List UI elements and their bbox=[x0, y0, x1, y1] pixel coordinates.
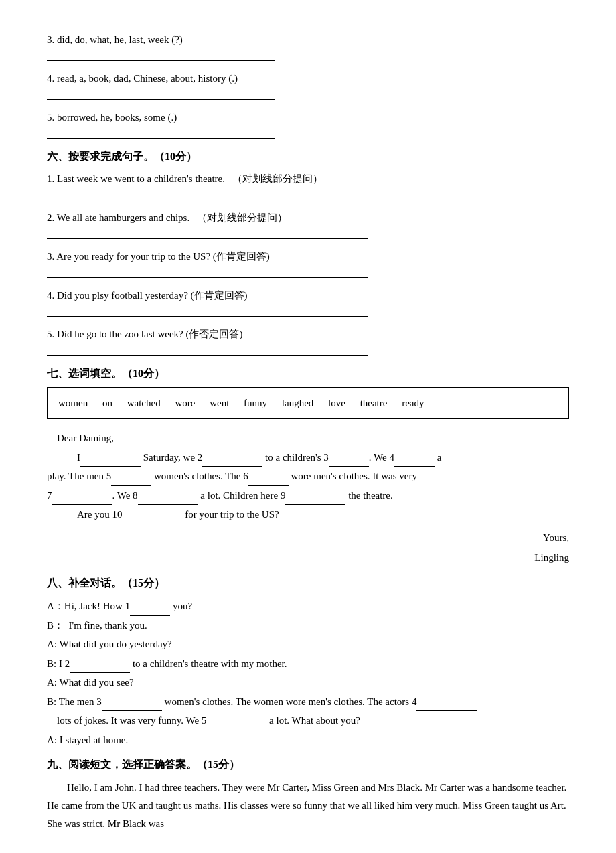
q4-text: read, a, book, dad, Chinese, about, hist… bbox=[57, 73, 238, 84]
speaker-b2: B: I 2 bbox=[47, 658, 70, 669]
word-funny: funny bbox=[244, 398, 267, 408]
s6-q1: 1. Last week we went to a children's the… bbox=[47, 171, 569, 187]
q5-reorder: 5. borrowed, he, books, some (.) bbox=[47, 109, 569, 125]
blank7[interactable] bbox=[52, 493, 112, 505]
q3-text: did, do, what, he, last, week (?) bbox=[57, 34, 183, 45]
word-women: women bbox=[58, 398, 88, 408]
s6-q2-text1: We all ate bbox=[57, 212, 99, 223]
section6-title: 六、按要求完成句子。（10分） bbox=[47, 148, 569, 165]
s6-q4-answer bbox=[47, 305, 368, 317]
s6-q1-num: 1. bbox=[47, 173, 57, 184]
dialogue-b3-cont: lots of jokes. It was very funny. We 5 a… bbox=[47, 711, 569, 730]
s8-blank5[interactable] bbox=[206, 719, 266, 730]
speaker-a1: A：Hi, Jack! How 1 bbox=[47, 601, 130, 611]
section7-title: 七、选词填空。（10分） bbox=[47, 365, 569, 382]
s6-q5-num: 5. bbox=[47, 329, 57, 339]
dialogue-b1: B： I'm fine, thank you. bbox=[47, 616, 569, 635]
blank8[interactable] bbox=[138, 493, 198, 505]
blank3[interactable] bbox=[329, 455, 369, 467]
reading-body: Hello, I am John. I had three teachers. … bbox=[47, 782, 566, 829]
s6-q1-text: we went to a children's theatre. （对划线部分提… bbox=[98, 173, 323, 184]
dialogue: A：Hi, Jack! How 1 you? B： I'm fine, than… bbox=[47, 597, 569, 749]
speaker-b1: B： I'm fine, thank you. bbox=[47, 620, 147, 631]
letter-line3: 7. We 8 a lot. Children here 9 the theat… bbox=[47, 486, 569, 506]
s6-q5-answer bbox=[47, 343, 368, 356]
s6-q5-text: Did he go to the zoo last week? (作否定回答) bbox=[57, 329, 242, 339]
speaker-a2: A: What did you do yesterday? bbox=[47, 639, 172, 649]
s8-blank3[interactable] bbox=[102, 700, 162, 711]
q5-text: borrowed, he, books, some (.) bbox=[57, 112, 177, 123]
answer-line-q3-top bbox=[47, 27, 194, 27]
letter-line4: Are you 10 for your trip to the US? bbox=[47, 505, 569, 524]
word-theatre: theatre bbox=[360, 398, 388, 408]
section6: 六、按要求完成句子。（10分） 1. Last week we went to … bbox=[47, 148, 569, 356]
letter-block: Dear Daming, I Saturday, we 2 to a child… bbox=[47, 429, 569, 568]
s6-q1-underline: Last week bbox=[57, 173, 98, 184]
word-wore: wore bbox=[175, 398, 195, 408]
q4-num: 4. bbox=[47, 73, 57, 84]
s6-q5: 5. Did he go to the zoo last week? (作否定回… bbox=[47, 326, 569, 342]
letter-line1: I Saturday, we 2 to a children's 3. We 4… bbox=[47, 448, 569, 467]
speaker-b3: B: The men 3 bbox=[47, 696, 102, 707]
dialogue-a1: A：Hi, Jack! How 1 you? bbox=[47, 597, 569, 616]
word-box: women on watched wore went funny laughed… bbox=[47, 387, 569, 419]
s6-q2: 2. We all ate hamburgers and chips. （对划线… bbox=[47, 210, 569, 226]
speaker-a3: A: What did you see? bbox=[47, 677, 134, 688]
s6-q2-answer bbox=[47, 227, 368, 239]
s8-blank4[interactable] bbox=[416, 700, 477, 711]
blank6[interactable] bbox=[248, 475, 289, 486]
a1-end: you? bbox=[170, 601, 192, 611]
answer-line-q4 bbox=[47, 88, 275, 100]
section9-title: 九、阅读短文，选择正确答案。（15分） bbox=[47, 756, 569, 773]
q3-reorder: 3. did, do, what, he, last, week (?) bbox=[47, 31, 569, 48]
word-watched: watched bbox=[127, 398, 161, 408]
dialogue-b2: B: I 2 to a children's theatre with my m… bbox=[47, 654, 569, 674]
blank1[interactable] bbox=[80, 455, 141, 467]
b3-end: a lot. What about you? bbox=[266, 715, 360, 726]
letter-greeting: Dear Daming, bbox=[47, 429, 569, 448]
q5-num: 5. bbox=[47, 112, 57, 123]
dialogue-a2: A: What did you do yesterday? bbox=[47, 635, 569, 654]
speaker-a4: A: I stayed at home. bbox=[47, 734, 128, 745]
dialogue-a4: A: I stayed at home. bbox=[47, 730, 569, 750]
s8-blank1[interactable] bbox=[130, 605, 170, 616]
word-ready: ready bbox=[402, 398, 424, 408]
word-love: love bbox=[328, 398, 345, 408]
b3-cont: lots of jokes. It was very funny. We 5 bbox=[47, 715, 206, 726]
word-went: went bbox=[210, 398, 229, 408]
letter-name: Lingling bbox=[47, 548, 569, 568]
s6-q1-answer bbox=[47, 188, 368, 200]
dialogue-b3: B: The men 3 women's clothes. The women … bbox=[47, 692, 569, 712]
word-on: on bbox=[102, 398, 112, 408]
s6-q3-answer bbox=[47, 266, 368, 278]
answer-line-q3 bbox=[47, 49, 275, 61]
section8-title: 八、补全对话。（15分） bbox=[47, 574, 569, 592]
s6-q2-num: 2. bbox=[47, 212, 57, 223]
section7: 七、选词填空。（10分） women on watched wore went … bbox=[47, 365, 569, 568]
s6-q4-num: 4. bbox=[47, 290, 57, 301]
b2-end: to a children's theatre with my mother. bbox=[130, 658, 287, 669]
blank4[interactable] bbox=[394, 455, 435, 467]
s6-q4: 4. Did you plsy football yesterday? (作肯定… bbox=[47, 287, 569, 303]
blank9[interactable] bbox=[285, 493, 345, 505]
letter-line2: play. The men 5 women's clothes. The 6 w… bbox=[47, 467, 569, 486]
s6-q2-underline: hamburgers and chips. bbox=[99, 212, 189, 223]
answer-line-q5 bbox=[47, 127, 275, 139]
blank10[interactable] bbox=[123, 513, 183, 524]
q4-reorder: 4. read, a, book, dad, Chinese, about, h… bbox=[47, 70, 569, 86]
s6-q2-note: （对划线部分提问） bbox=[189, 212, 287, 223]
s6-q3-num: 3. bbox=[47, 251, 56, 262]
dialogue-a3: A: What did you see? bbox=[47, 673, 569, 692]
s6-q3: 3. Are you ready for your trip to the US… bbox=[47, 248, 569, 264]
blank5[interactable] bbox=[111, 475, 151, 486]
b3-mid: women's clothes. The women wore men's cl… bbox=[162, 696, 417, 707]
section9: 九、阅读短文，选择正确答案。（15分） Hello, I am John. I … bbox=[47, 756, 569, 833]
s8-blank2[interactable] bbox=[70, 662, 130, 673]
letter-yours: Yours, bbox=[47, 528, 569, 548]
section8: 八、补全对话。（15分） A：Hi, Jack! How 1 you? B： I… bbox=[47, 574, 569, 750]
q3-num: 3. bbox=[47, 34, 57, 45]
s6-q4-text: Did you plsy football yesterday? (作肯定回答) bbox=[57, 290, 248, 301]
blank2[interactable] bbox=[202, 455, 262, 467]
s6-q3-text: Are you ready for your trip to the US? (… bbox=[56, 251, 270, 262]
reading-text: Hello, I am John. I had three teachers. … bbox=[47, 779, 569, 833]
